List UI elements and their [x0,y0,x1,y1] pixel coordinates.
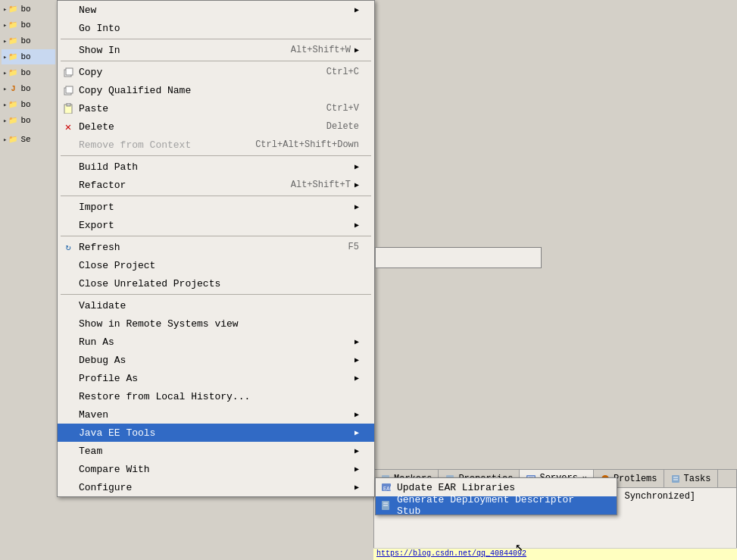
folder-icon-0: 📁 [7,3,19,15]
menu-item-build-path[interactable]: Build Path▶ [58,158,374,176]
menu-item-remove-from-context[interactable]: Remove from ContextCtrl+Alt+Shift+Down [58,136,374,154]
java-icon-5: J [7,83,19,95]
menu-item-shortcut-remove-from-context: Ctrl+Alt+Shift+Down [255,139,359,150]
svg-rect-5 [67,103,70,106]
menu-item-label-import: Import [79,202,351,213]
menu-item-label-delete: Delete [79,121,311,133]
menu-item-maven[interactable]: Maven▶ [58,405,374,424]
menu-item-java-ee-tools[interactable]: Java EE Tools▶ [58,424,374,442]
submenu-arrow-import: ▶ [354,202,359,211]
refresh-icon: ↻ [62,241,74,253]
menu-separator [61,61,371,61]
menu-item-go-into[interactable]: Go Into [58,19,374,37]
menu-item-label-copy-qualified: Copy Qualified Name [79,85,359,96]
tooltip-bar: https://blog.csdn.net/qq_40844092 [373,548,737,560]
folder-icon-2: 📁 [7,35,19,47]
folder-icon-7: 📁 [7,114,19,127]
sidebar-item-8[interactable]: ▸ 📁 Se [2,132,55,147]
sidebar: ▸ 📁 bo ▸ 📁 bo ▸ 📁 bo ▸ 📁 bo ▸ 📁 bo ▸ J b… [0,0,57,560]
folder-icon-8: 📁 [7,133,19,145]
submenu-arrow-debug-as: ▶ [354,355,359,364]
menu-item-label-export: Export [79,220,351,231]
sidebar-item-0[interactable]: ▸ 📁 bo [2,2,55,17]
menu-item-new[interactable]: New▶ [58,1,374,19]
menu-separator [61,196,371,196]
sidebar-item-1[interactable]: ▸ 📁 bo [2,17,55,33]
menu-item-paste[interactable]: PasteCtrl+V [58,99,374,117]
sidebar-label-1: bo [20,20,30,30]
menu-item-export[interactable]: Export▶ [58,216,374,234]
submenu-arrow-compare-with: ▶ [354,465,359,474]
tab-tasks[interactable]: Tasks [664,470,718,487]
sidebar-label-7: bo [20,116,30,125]
menu-item-shortcut-delete: Delete [326,121,359,132]
submenu-arrow-maven: ▶ [354,410,359,419]
folder-icon-1: 📁 [7,19,19,31]
menu-item-debug-as[interactable]: Debug As▶ [58,351,374,369]
descriptor-icon [380,499,392,512]
menu-item-import[interactable]: Import▶ [58,198,374,216]
menu-item-shortcut-copy: Ctrl+C [326,67,359,77]
tasks-tab-label: Tasks [684,474,711,484]
ear-icon: EAR [380,481,392,493]
svg-rect-1 [66,68,73,75]
menu-item-run-as[interactable]: Run As▶ [58,333,374,351]
submenu-arrow-new: ▶ [354,5,359,14]
menu-item-label-refresh: Refresh [79,242,333,253]
problems-tab-label: Protlems [614,474,657,484]
menu-item-delete[interactable]: ✕DeleteDelete [58,117,374,136]
menu-separator [61,294,371,295]
menu-item-profile-as[interactable]: Profile As▶ [58,369,374,387]
submenu-arrow-build-path: ▶ [354,162,359,171]
submenu-arrow-java-ee-tools: ▶ [354,428,359,437]
sidebar-label-8: Se [20,135,30,144]
sidebar-item-2[interactable]: ▸ 📁 bo [2,33,55,48]
menu-item-label-close-unrelated: Close Unrelated Projects [79,278,359,289]
sidebar-item-4[interactable]: ▸ 📁 bo [2,65,55,80]
folder-icon-3: 📁 [7,51,19,63]
menu-item-label-go-into: Go Into [79,23,359,34]
menu-item-refactor[interactable]: RefactorAlt+Shift+T▶ [58,176,374,194]
menu-item-label-refactor: Refactor [79,180,276,191]
menu-item-compare-with[interactable]: Compare With▶ [58,460,374,478]
svg-rect-3 [66,86,73,93]
menu-item-close-project[interactable]: Close Project [58,256,374,274]
menu-separator [61,39,371,39]
submenu-arrow-export: ▶ [354,221,359,230]
menu-item-copy[interactable]: CopyCtrl+C [58,63,374,81]
menu-item-label-new: New [79,5,351,16]
menu-item-team[interactable]: Team▶ [58,442,374,460]
menu-item-copy-qualified[interactable]: Copy Qualified Name [58,81,374,99]
sidebar-item-3[interactable]: ▸ 📁 bo [2,49,55,64]
menu-item-refresh[interactable]: ↻RefreshF5 [58,238,374,256]
javaee-item-generate-deployment[interactable]: Generate Deployment Descriptor Stub [376,496,617,515]
menu-item-close-unrelated[interactable]: Close Unrelated Projects [58,274,374,293]
sidebar-item-5[interactable]: ▸ J bo [2,81,55,96]
menu-separator [61,155,371,156]
svg-rect-17 [672,475,679,483]
menu-item-label-restore-history: Restore from Local History... [79,391,359,402]
menu-item-label-debug-as: Debug As [79,355,351,366]
menu-item-configure[interactable]: Configure▶ [58,478,374,496]
sidebar-label-0: bo [20,5,30,14]
menu-item-restore-history[interactable]: Restore from Local History... [58,387,374,405]
sidebar-label-6: bo [20,100,30,109]
menu-item-shortcut-refresh: F5 [348,242,359,252]
menu-item-label-build-path: Build Path [79,161,351,173]
sidebar-item-7[interactable]: ▸ 📁 bo [2,113,55,128]
svg-text:EAR: EAR [383,486,392,492]
folder-icon-6: 📁 [7,99,19,111]
submenu-arrow-profile-as: ▶ [354,374,359,383]
menu-item-label-copy: Copy [79,67,311,78]
menu-item-show-in[interactable]: Show InAlt+Shift+W▶ [58,41,374,59]
menu-item-shortcut-refactor: Alt+Shift+T [291,180,351,190]
menu-item-shortcut-show-in: Alt+Shift+W [291,45,351,55]
javaee-submenu: EARUpdate EAR LibrariesGenerate Deployme… [375,477,617,515]
sidebar-item-6[interactable]: ▸ 📁 bo [2,97,55,112]
copy-icon [62,66,74,78]
menu-item-label-maven: Maven [79,409,351,421]
menu-item-validate[interactable]: Validate [58,296,374,314]
import-submenu-area [375,247,542,268]
menu-item-show-remote[interactable]: Show in Remote Systems view [58,314,374,333]
submenu-arrow-configure: ▶ [354,483,359,492]
